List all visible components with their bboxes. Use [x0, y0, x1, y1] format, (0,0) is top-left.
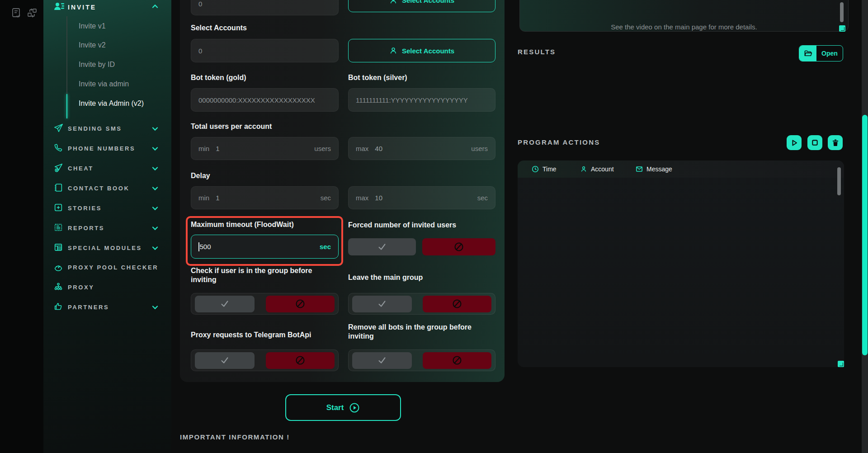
notebook-icon: [53, 183, 63, 193]
sidebar-item-phone-numbers[interactable]: PHONE NUMBERS: [43, 142, 171, 156]
check-icon: [376, 355, 388, 365]
plus-square-icon: [53, 203, 63, 212]
user-icon: [580, 165, 587, 173]
table-scrollbar[interactable]: [837, 167, 841, 195]
bot-token-silver-input[interactable]: 1111111111:YYYYYYYYYYYYYYYYY: [348, 88, 495, 112]
left-rail: [0, 0, 43, 453]
notice-text: See the video on the main page for more …: [520, 23, 848, 31]
sidebar-item-stories[interactable]: STORIES: [43, 202, 171, 215]
stop-icon: [811, 139, 818, 146]
leave-group-toggle-yes[interactable]: [352, 296, 412, 312]
open-results-button[interactable]: Open: [799, 45, 843, 61]
sidebar-item-reports[interactable]: REPORTS: [43, 222, 171, 235]
report-icon: [53, 222, 63, 232]
phone-icon: [53, 143, 63, 153]
thumbs-up-icon: [53, 302, 63, 311]
total-users-max-input[interactable]: max 40 users: [348, 137, 495, 160]
trash-icon: [832, 139, 839, 146]
chevron-down-icon: [151, 185, 159, 192]
start-button[interactable]: Start: [285, 394, 401, 421]
send-icon: [53, 123, 63, 133]
sidebar: INVITE Invite v1 Invite v2 Invite by ID …: [43, 0, 171, 453]
circle-slash-icon: [295, 298, 306, 309]
page-scrollbar-thumb[interactable]: [862, 115, 868, 355]
app-window: INVITE Invite v1 Invite v2 Invite by ID …: [0, 0, 868, 453]
sidebar-item-sending-sms[interactable]: SENDING SMS: [43, 122, 171, 136]
important-information-heading: IMPORTANT INFORMATION !: [180, 433, 290, 441]
check-icon: [376, 299, 388, 309]
delete-button[interactable]: [828, 135, 843, 150]
table-header-account[interactable]: Account: [580, 160, 614, 178]
leave-group-toggle-no[interactable]: [423, 296, 491, 312]
delay-max-input[interactable]: max 10 sec: [348, 186, 495, 209]
sidebar-item-invite-via-admin-v2[interactable]: Invite via Admin (v2): [79, 97, 144, 110]
leave-group-toggle: [348, 293, 495, 315]
check-user-toggle-yes[interactable]: [195, 296, 255, 312]
table-resize-handle[interactable]: [838, 361, 844, 367]
mail-icon: [636, 165, 643, 173]
select-accounts-button[interactable]: Select Accounts: [348, 39, 495, 62]
program-actions-heading: PROGRAM ACTIONS: [518, 138, 600, 146]
play-button[interactable]: [787, 135, 802, 150]
page-scrollbar-track[interactable]: [862, 0, 868, 453]
remove-bots-toggle-no[interactable]: [423, 352, 491, 369]
circle-slash-icon: [452, 355, 462, 366]
chevron-down-icon: [151, 165, 159, 172]
delay-min-input[interactable]: min 1 sec: [191, 186, 339, 209]
tasks-icon[interactable]: [11, 7, 22, 19]
chevron-down-icon: [151, 225, 159, 232]
sidebar-item-special-modules[interactable]: SPECIAL MODULES: [43, 241, 171, 255]
forced-users-toggle: [348, 236, 495, 257]
sidebar-item-contact-book[interactable]: CONTACT BOOK: [43, 182, 171, 195]
circle-slash-icon: [295, 355, 306, 366]
circle-slash-icon: [452, 298, 462, 309]
chevron-down-icon: [151, 125, 159, 132]
chevron-down-icon: [151, 145, 159, 152]
total-users-label: Total users per account: [191, 122, 272, 131]
invite-settings-form: 0 Select Accounts Select Accounts 0 Sele…: [180, 0, 505, 382]
sidebar-section-label: INVITE: [68, 4, 96, 11]
sidebar-item-proxy-pool-checker[interactable]: PROXY POOL CHECKER: [43, 261, 171, 274]
sidebar-item-invite-v2[interactable]: Invite v2: [79, 39, 106, 52]
bot-token-gold-input[interactable]: 0000000000:XXXXXXXXXXXXXXXXX: [191, 88, 339, 112]
send-plus-icon: [53, 163, 63, 173]
sidebar-item-cheat[interactable]: CHEAT: [43, 162, 171, 175]
stop-button[interactable]: [807, 135, 822, 150]
chevron-down-icon: [151, 304, 159, 311]
notice-resize-handle[interactable]: [839, 25, 845, 32]
forced-users-toggle-no[interactable]: [422, 238, 495, 255]
clock-icon: [532, 165, 539, 173]
max-timeout-input[interactable]: 500 sec: [191, 235, 339, 259]
user-icon: [389, 47, 397, 55]
sidebar-item-invite-via-admin[interactable]: Invite via admin: [79, 78, 129, 90]
sidebar-item-proxy[interactable]: PROXY: [43, 281, 171, 294]
sidebar-item-invite-by-id[interactable]: Invite by ID: [79, 58, 115, 71]
total-users-min-input[interactable]: min 1 users: [191, 137, 339, 160]
forced-users-label: Forced number of invited users: [348, 221, 456, 230]
results-heading: RESULTS: [518, 48, 556, 56]
sidebar-item-partners[interactable]: PARTNERS: [43, 301, 171, 314]
sidebar-section-invite[interactable]: INVITE: [43, 1, 171, 14]
chevron-down-icon: [151, 205, 159, 212]
top-select-accounts-button[interactable]: Select Accounts: [348, 0, 495, 12]
forced-users-toggle-yes[interactable]: [348, 238, 416, 255]
text-cursor: [198, 242, 199, 251]
check-icon: [218, 299, 231, 309]
proxy-requests-toggle-no[interactable]: [266, 352, 335, 369]
notice-scrollbar[interactable]: [840, 2, 844, 22]
transfer-icon[interactable]: [26, 7, 38, 19]
check-user-toggle-no[interactable]: [266, 296, 335, 312]
program-actions-table: Time Account Message: [518, 160, 844, 367]
chevron-up-icon: [151, 3, 159, 10]
play-icon: [791, 139, 798, 146]
proxy-requests-toggle-yes[interactable]: [195, 352, 255, 369]
table-header-time[interactable]: Time: [532, 160, 557, 178]
remove-bots-toggle-yes[interactable]: [352, 352, 412, 369]
sidebar-item-invite-v1[interactable]: Invite v1: [79, 20, 106, 33]
leave-group-label: Leave the main group: [348, 273, 423, 282]
table-header-message[interactable]: Message: [636, 160, 672, 178]
accounts-count-input[interactable]: 0: [191, 39, 339, 62]
chevron-down-icon: [151, 245, 159, 252]
top-accounts-count-input[interactable]: 0: [191, 0, 339, 15]
notice-textarea[interactable]: See the video on the main page for more …: [519, 0, 849, 32]
